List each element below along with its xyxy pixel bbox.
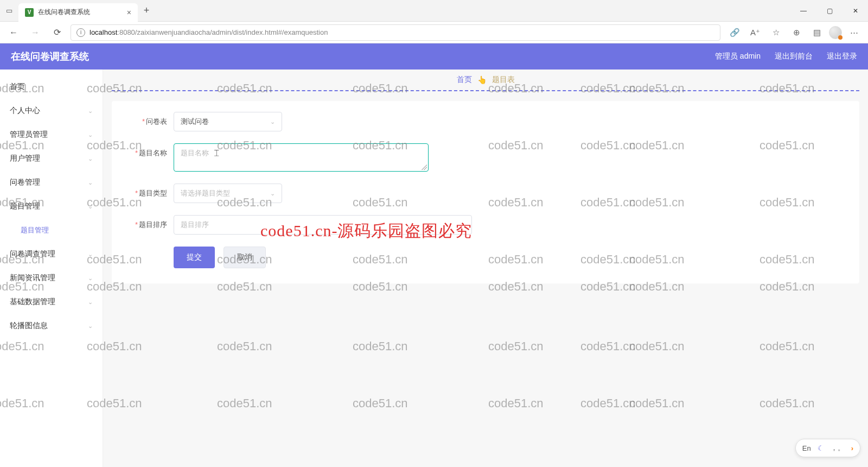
select-paper-value: 测试问卷 [181, 117, 209, 127]
nav-refresh-icon[interactable]: ⟳ [49, 24, 65, 41]
ime-bar[interactable]: En ☾ ，。 › [795, 439, 860, 457]
browser-tab-strip: ▭ V 在线问卷调查系统 × + — ▢ ✕ [0, 0, 868, 22]
ime-lang[interactable]: En [802, 444, 811, 452]
select-question-type[interactable]: 请选择题目类型 ⌄ [174, 184, 282, 203]
read-aloud-icon[interactable]: A⁺ [746, 24, 764, 41]
browser-tab[interactable]: V 在线问卷调查系统 × [18, 3, 138, 22]
tab-favicon-icon: V [25, 8, 34, 17]
cancel-button[interactable]: 取消 [224, 247, 266, 268]
window-maximize-icon[interactable]: ▢ [817, 0, 842, 22]
chevron-down-icon: ⌄ [88, 108, 93, 115]
select-type-placeholder: 请选择题目类型 [181, 188, 230, 198]
more-icon[interactable]: ⋯ [845, 24, 863, 41]
chevron-down-icon: ⌄ [88, 299, 93, 306]
window-close-icon[interactable]: ✕ [843, 0, 868, 22]
textarea-question-name[interactable]: 题目名称 ⌶ [174, 143, 429, 172]
chevron-down-icon: ⌄ [88, 179, 93, 186]
chevron-down-icon: ⌄ [88, 203, 93, 210]
tab-close-icon[interactable]: × [127, 8, 131, 17]
chevron-down-icon: ⌄ [270, 190, 275, 197]
nav-back-icon[interactable]: ← [5, 24, 22, 41]
chevron-down-icon: ⌄ [88, 323, 93, 330]
tab-list-icon[interactable]: ▭ [0, 0, 18, 22]
moon-icon[interactable]: ☾ [818, 444, 824, 452]
input-order-placeholder: 题目排序 [181, 220, 209, 230]
url-host: localhost [90, 28, 117, 36]
sidebar-item-paper[interactable]: 问卷管理⌄ [0, 171, 103, 194]
form-card: *问卷表 测试问卷 ⌄ *题目名称 题目名称 ⌶ *题目类型 请选择题目类型 [112, 101, 859, 283]
site-info-icon[interactable]: i [76, 28, 85, 37]
sidebar-item-home[interactable]: 首页 [0, 75, 103, 99]
main-area: 首页 👆 题目表 *问卷表 测试问卷 ⌄ *题目名称 题目名称 ⌶ [103, 70, 868, 467]
chevron-down-icon: ⌄ [88, 275, 93, 282]
sidebar-item-survey[interactable]: 问卷调查管理⌄ [0, 242, 103, 266]
select-paper[interactable]: 测试问卷 ⌄ [174, 112, 282, 131]
sidebar-item-news[interactable]: 新闻资讯管理⌄ [0, 266, 103, 290]
header-user-label[interactable]: 管理员 admin [715, 52, 761, 61]
input-question-order[interactable]: 题目排序 [174, 215, 472, 235]
nav-forward-icon: → [27, 24, 43, 41]
collections-icon[interactable]: ▤ [808, 24, 826, 41]
app-header: 在线问卷调查系统 管理员 admin 退出到前台 退出登录 [0, 43, 868, 70]
chevron-down-icon: ⌄ [88, 131, 93, 138]
label-paper: *问卷表 [125, 112, 174, 127]
new-tab-button[interactable]: + [138, 5, 155, 16]
url-input[interactable]: i localhost:8080/zaixianwenjuandiaocha/a… [71, 24, 720, 41]
sidebar: 首页 个人中心⌄ 管理员管理⌄ 用户管理⌄ 问卷管理⌄ 题目管理⌄ 题目管理 问… [0, 70, 103, 467]
divider [112, 90, 859, 91]
chevron-right-icon[interactable]: › [851, 444, 853, 452]
ime-punct[interactable]: ，。 [831, 443, 845, 453]
profile-avatar-icon[interactable] [829, 26, 842, 39]
url-path: :8080/zaixianwenjuandiaocha/admin/dist/i… [117, 28, 328, 36]
sidebar-item-carousel[interactable]: 轮播图信息⌄ [0, 314, 103, 338]
window-minimize-icon[interactable]: — [791, 0, 816, 22]
sidebar-item-admin[interactable]: 管理员管理⌄ [0, 123, 103, 147]
sidebar-item-question[interactable]: 题目管理⌄ [0, 194, 103, 218]
app-title: 在线问卷调查系统 [11, 50, 89, 63]
chevron-down-icon: ⌄ [270, 118, 275, 125]
sidebar-item-basedata[interactable]: 基础数据管理⌄ [0, 290, 103, 314]
breadcrumb-hand-icon: 👆 [477, 75, 487, 84]
chevron-down-icon: ⌄ [88, 251, 93, 258]
link-icon[interactable]: 🔗 [726, 24, 743, 41]
header-to-front-link[interactable]: 退出到前台 [775, 52, 813, 61]
chevron-down-icon: ⌄ [88, 155, 93, 162]
tab-title: 在线问卷调查系统 [38, 8, 123, 17]
label-question-name: *题目名称 [125, 143, 174, 158]
label-question-order: *题目排序 [125, 215, 174, 230]
favorites-icon[interactable]: ⊕ [788, 24, 805, 41]
breadcrumb-home-link[interactable]: 首页 [457, 75, 472, 85]
submit-button[interactable]: 提交 [174, 247, 215, 268]
sidebar-item-users[interactable]: 用户管理⌄ [0, 147, 103, 171]
breadcrumb-current: 题目表 [492, 75, 515, 85]
textarea-placeholder: 题目名称 [181, 149, 209, 157]
label-question-type: *题目类型 [125, 184, 174, 198]
sidebar-item-profile[interactable]: 个人中心⌄ [0, 99, 103, 123]
sidebar-subitem-question-manage[interactable]: 题目管理 [0, 218, 103, 242]
favorite-star-icon[interactable]: ☆ [767, 24, 784, 41]
header-logout-link[interactable]: 退出登录 [827, 52, 857, 61]
breadcrumb: 首页 👆 题目表 [103, 70, 868, 90]
address-bar: ← → ⟳ i localhost:8080/zaixianwenjuandia… [0, 22, 868, 43]
text-cursor-icon: ⌶ [214, 148, 219, 157]
resize-handle-icon[interactable] [422, 165, 427, 170]
